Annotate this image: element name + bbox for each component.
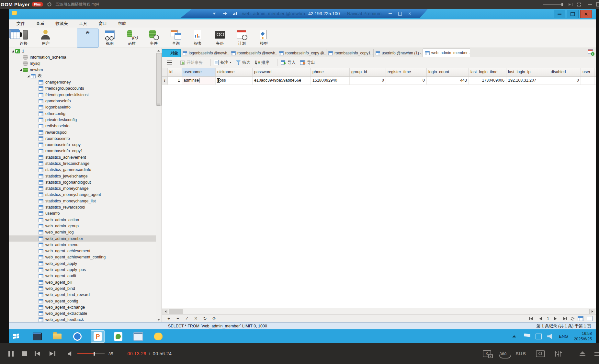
grid-cell[interactable]: 1730469006: [469, 77, 506, 85]
tree-item[interactable]: friendsgroupaccounts: [9, 85, 162, 92]
tree-item[interactable]: roombaseinfo_copy1: [9, 148, 162, 154]
grid-cell[interactable]: 443: [427, 77, 469, 85]
hscrollbar-thumb[interactable]: [169, 309, 183, 314]
speaker-icon[interactable]: [68, 351, 73, 356]
tree-item[interactable]: roombaseinfo_copy: [9, 142, 162, 148]
note-button[interactable]: 备注: [214, 60, 232, 65]
column-header[interactable]: id: [168, 68, 182, 76]
pause-button[interactable]: [8, 351, 14, 357]
tree-item[interactable]: web_agent_achievement_confing: [9, 254, 162, 260]
tree-item[interactable]: 表: [9, 73, 162, 79]
settings-gear-icon[interactable]: [47, 2, 51, 6]
toolbar-button[interactable]: 用户: [35, 28, 57, 48]
expand-arrow-icon[interactable]: [11, 49, 15, 53]
tree-item[interactable]: statistics_moneychange: [9, 186, 162, 192]
tree-item[interactable]: web_agent_feedback: [9, 317, 162, 322]
tree-item[interactable]: userinfo: [9, 210, 162, 217]
tree-item[interactable]: statistics_firecoinchange: [9, 160, 162, 166]
first-record-icon[interactable]: [529, 316, 535, 321]
column-header[interactable]: nickname: [216, 68, 253, 76]
menu-item[interactable]: 工具: [76, 21, 91, 27]
tree-item[interactable]: friendsgroupdesklistcost: [9, 92, 162, 98]
tree-item[interactable]: gamebaseinfo: [9, 98, 162, 104]
tree-item[interactable]: statistics_rewardspool: [9, 204, 162, 210]
document-tab[interactable]: web_admin_member ...: [423, 48, 470, 57]
grid-view-icon[interactable]: [578, 316, 583, 321]
previous-record-icon[interactable]: [538, 316, 544, 321]
column-header[interactable]: login_count: [427, 68, 469, 76]
tree-item[interactable]: redisbaseinfo: [9, 123, 162, 129]
restore-button[interactable]: [567, 10, 579, 18]
column-header[interactable]: last_login_time: [469, 68, 506, 76]
document-tab[interactable]: logonbaseinfo @newh...: [181, 49, 229, 57]
scrollbar-grip[interactable]: [157, 104, 160, 106]
grid-cell[interactable]: adminse: [182, 77, 216, 85]
grid-cell[interactable]: 1: [168, 77, 182, 85]
menu-item[interactable]: 窗口: [95, 21, 110, 27]
column-header[interactable]: register_time: [386, 68, 427, 76]
tree-item[interactable]: web_admin_log: [9, 229, 162, 235]
last-record-icon[interactable]: [561, 316, 567, 321]
tree-item[interactable]: web_agent_achievement: [9, 248, 162, 254]
tree-item[interactable]: web_agent_extractable: [9, 310, 162, 316]
toolbar-button[interactable]: 函数: [121, 28, 143, 48]
next-track-button[interactable]: [49, 351, 55, 356]
taskbar-app-active-p[interactable]: P: [91, 330, 105, 343]
stop-button[interactable]: [22, 351, 27, 356]
tree-item[interactable]: roombaseinfo: [9, 135, 162, 142]
tree-scrollbar[interactable]: [156, 48, 162, 322]
scroll-down-icon[interactable]: [157, 318, 161, 322]
discard-changes-icon[interactable]: ✕: [194, 316, 198, 321]
screenshot-camera-icon[interactable]: [536, 350, 545, 357]
toolbar-button[interactable]: 视图: [99, 28, 121, 48]
new-table-tab-icon[interactable]: [588, 49, 594, 54]
taskbar-app-pc[interactable]: [31, 331, 44, 342]
tree-item[interactable]: web_agent_bind_reward: [9, 292, 162, 298]
gom-maximize-button[interactable]: [596, 2, 599, 6]
import-button[interactable]: 导入: [281, 60, 296, 65]
tree-item[interactable]: statistics_moneychange_list: [9, 198, 162, 204]
tray-expand-icon[interactable]: [512, 335, 516, 337]
toolbar-button[interactable]: 事件: [143, 28, 165, 48]
fullscreen-icon[interactable]: [577, 3, 581, 6]
connection-pin-icon[interactable]: [223, 13, 226, 14]
gom-minimize-button[interactable]: [588, 4, 592, 5]
taskbar-app-window[interactable]: [132, 331, 145, 342]
scroll-right-icon[interactable]: [589, 309, 595, 314]
tree-item[interactable]: statistics_logonandlogout: [9, 179, 162, 185]
close-button[interactable]: ✕: [580, 10, 592, 18]
grid-cell[interactable]: boss: [216, 77, 253, 85]
document-tab[interactable]: 对象: [162, 49, 181, 57]
grid-settings-icon[interactable]: [571, 317, 574, 321]
tree-item[interactable]: web_agent_exchange: [9, 304, 162, 310]
column-header[interactable]: user_: [581, 68, 594, 76]
tree-item[interactable]: web_agent_apply_pos: [9, 267, 162, 273]
tree-item[interactable]: rewardspool: [9, 129, 162, 135]
next-record-icon[interactable]: [552, 316, 558, 321]
note-dropdown-icon[interactable]: [230, 62, 232, 63]
action-center-flag-icon[interactable]: ✕: [524, 334, 530, 339]
connection-minimize-button[interactable]: [386, 11, 394, 17]
tree-item[interactable]: statistics_achievement: [9, 154, 162, 160]
menu-item[interactable]: 查看: [33, 21, 48, 27]
grid-cell[interactable]: e10adc3949ba59abbe56e: [253, 77, 311, 85]
tree-item[interactable]: web_agent_apply: [9, 260, 162, 267]
apply-changes-icon[interactable]: ✓: [185, 316, 189, 321]
grid-menu-icon[interactable]: [167, 61, 172, 64]
document-tab[interactable]: roombaseinfo_copy @...: [277, 49, 326, 57]
connection-close-button[interactable]: ✕: [405, 11, 414, 17]
caption-language-button[interactable]: KV: [483, 350, 491, 357]
connection-dropdown-icon[interactable]: [213, 13, 216, 15]
refresh-icon[interactable]: ↻: [203, 316, 207, 321]
filter-button[interactable]: 筛选: [236, 60, 250, 65]
toolbar-button[interactable]: 计划: [231, 28, 253, 48]
add-record-icon[interactable]: +: [166, 316, 171, 321]
equalizer-icon[interactable]: [555, 351, 562, 357]
previous-track-button[interactable]: [35, 351, 41, 356]
begin-transaction-button[interactable]: 开始事务: [185, 60, 203, 65]
minimize-button[interactable]: [554, 10, 565, 18]
toolbar-button[interactable]: 报表: [187, 28, 209, 48]
tree-item[interactable]: logonbaseinfo: [9, 104, 162, 110]
tree-item[interactable]: web_agent_bind: [9, 285, 162, 291]
tree-item[interactable]: information_schema: [9, 54, 162, 60]
